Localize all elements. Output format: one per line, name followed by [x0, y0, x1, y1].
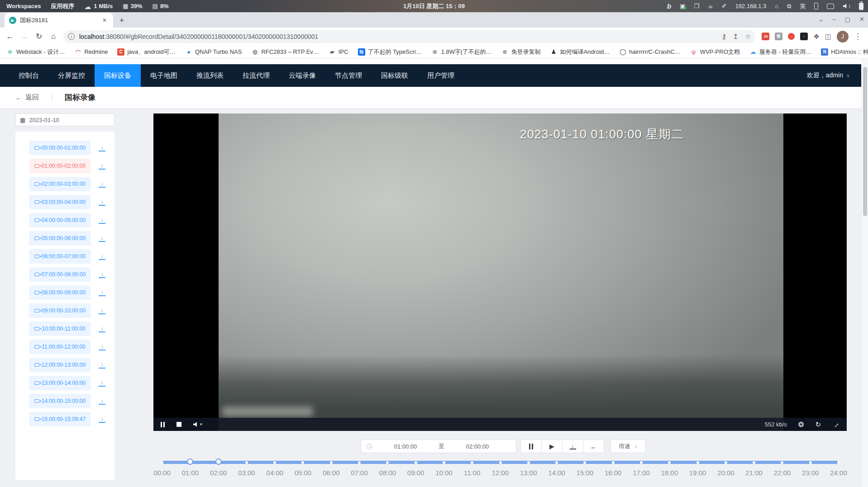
extension-js-icon[interactable]: JS	[762, 33, 769, 40]
window-minimize-button[interactable]: –	[833, 16, 836, 23]
fullscreen-icon[interactable]: ↔	[831, 419, 841, 430]
timeline-handle[interactable]	[215, 459, 222, 465]
recording-segment-button[interactable]: 11:00:00-12:00:00	[29, 340, 91, 354]
speed-dropdown[interactable]: 倍速 ∨	[610, 440, 646, 453]
nav-tab[interactable]: 控制台	[9, 64, 48, 87]
system-clock[interactable]: 1月10日 星期二 15：09	[403, 2, 465, 10]
bookmark-item[interactable]: ≋ Webstack - 设计…	[6, 48, 65, 56]
bookmark-item[interactable]: ♟ 如何编译Android…	[550, 48, 610, 56]
recording-segment-button[interactable]: 07:00:00-08:00:00	[29, 267, 91, 282]
tab-close-icon[interactable]: ✕	[100, 16, 109, 24]
recording-segment-button[interactable]: 14:00:00-15:00:00	[29, 394, 91, 408]
extension-red-icon[interactable]: –	[788, 33, 795, 40]
play-button[interactable]: ▶	[541, 440, 563, 453]
tab-search-icon[interactable]: ⌄	[819, 16, 824, 23]
download-icon[interactable]: ↓	[99, 199, 105, 206]
memory-usage-indicator[interactable]: ▤ 8%	[153, 3, 169, 9]
recording-segment-button[interactable]: 00:00:00-01:00:00	[29, 141, 91, 155]
pause-button[interactable]	[520, 440, 542, 453]
nav-tab[interactable]: 节点管理	[325, 64, 372, 87]
recording-segment-button[interactable]: 01:00:00-02:00:00	[29, 159, 91, 173]
display-tray-icon[interactable]	[827, 4, 834, 9]
nav-tab[interactable]: 分屏监控	[48, 64, 95, 87]
window-close-button[interactable]: ✕	[859, 16, 864, 23]
recording-segment-button[interactable]: 05:00:00-06:00:00	[29, 231, 91, 246]
ip-address-indicator[interactable]: 192.168.1.3	[735, 3, 767, 9]
bookmark-item[interactable]: C java、android可…	[117, 48, 175, 56]
bing-tray-icon[interactable]: b	[667, 3, 671, 9]
bookmark-star-icon[interactable]: ☆	[745, 33, 751, 41]
refresh-icon[interactable]: ↻	[815, 421, 821, 428]
side-panel-icon[interactable]: ◫	[825, 33, 831, 41]
bookmark-item[interactable]: ψ WVP-PRO文档	[690, 48, 740, 56]
extension-black-icon[interactable]: ▫	[800, 33, 808, 40]
download-icon[interactable]: ↓	[99, 271, 105, 278]
home-tray-icon[interactable]: ⌂	[775, 3, 778, 9]
download-icon[interactable]: ↓	[99, 416, 105, 423]
cpu-usage-indicator[interactable]: ▦ 39%	[123, 3, 142, 9]
range-end-value[interactable]: 02:00:00	[444, 443, 510, 450]
app-tray-icon[interactable]: ▣	[680, 3, 685, 9]
download-button[interactable]: ↓	[562, 440, 583, 453]
nav-tab[interactable]: 国标设备	[95, 64, 141, 87]
snapshot-icon[interactable]: ❂	[798, 421, 804, 428]
recording-segment-button[interactable]: 06:00:00-07:00:00	[29, 249, 91, 264]
date-picker[interactable]: ▦ 2023-01-10	[15, 113, 114, 126]
download-icon[interactable]: ↓	[99, 326, 105, 332]
recording-segment-button[interactable]: 09:00:00-10:00:00	[29, 303, 91, 318]
download-icon[interactable]: ↓	[99, 380, 105, 387]
network-speed-indicator[interactable]: ☁↓ 1 MB/s	[84, 3, 113, 9]
recording-segment-button[interactable]: 13:00:00-14:00:00	[29, 376, 91, 390]
download-icon[interactable]: ↓	[99, 145, 105, 151]
user-menu[interactable]: 欢迎，admin ∨	[807, 64, 850, 87]
browser-profile-avatar[interactable]: J	[837, 31, 849, 43]
nav-tab[interactable]: 国标级联	[372, 64, 418, 87]
browser-menu-icon[interactable]: ⋮	[854, 32, 862, 41]
bookmark-item[interactable]: 知 了不起的 TypeScri…	[358, 48, 422, 56]
recording-segment-button[interactable]: 10:00:00-11:00:00	[29, 322, 91, 336]
bookmark-item[interactable]: N HDAtmos :: 种子 *…	[821, 48, 868, 56]
passkey-icon[interactable]: ⚷	[721, 33, 726, 41]
download-icon[interactable]: ↓	[99, 307, 105, 314]
player-mute-icon[interactable]: ✕	[193, 422, 203, 427]
browser-tab[interactable]: ▶ 国标28181 ✕	[5, 13, 113, 28]
recording-segment-button[interactable]: 02:00:00-03:00:00	[29, 177, 91, 191]
timeline[interactable]: 00:0001:0002:0003:0004:0005:0006:0007:00…	[162, 458, 839, 485]
nav-tab[interactable]: 用户管理	[418, 64, 464, 87]
workspaces-tray-icon[interactable]: ⧉	[787, 3, 791, 9]
url-text[interactable]: localhost:38080/#/gbRecordDetail/3402000…	[79, 33, 717, 40]
recording-segment-button[interactable]: 08:00:00-09:00:00	[29, 285, 91, 300]
address-bar[interactable]: i localhost:38080/#/gbRecordDetail/34020…	[63, 30, 755, 43]
time-range-picker[interactable]: 01:00:00 至 02:00:00	[361, 440, 516, 453]
player-stop-icon[interactable]	[176, 422, 181, 427]
bookmark-item[interactable]: ⊕ 免登录复制	[501, 48, 540, 56]
nav-tab[interactable]: 电子地图	[141, 64, 187, 87]
bookmark-item[interactable]: ◯ hairrrrr/C-CrashC…	[619, 48, 680, 56]
battery-tray-icon[interactable]	[859, 3, 863, 10]
download-icon[interactable]: ↓	[99, 289, 105, 296]
tool-tray-icon[interactable]: ✐	[722, 3, 727, 9]
timeline-handle[interactable]	[187, 459, 193, 465]
new-tab-button[interactable]: +	[116, 14, 128, 26]
download-icon[interactable]: ↓	[99, 253, 105, 260]
site-info-icon[interactable]: i	[68, 33, 75, 40]
bookmark-item[interactable]: ▰ IPC	[329, 48, 348, 56]
nav-tab[interactable]: 拉流代理	[233, 64, 279, 87]
nav-tab[interactable]: 推流列表	[187, 64, 233, 87]
applications-button[interactable]: 应用程序	[51, 2, 74, 10]
bookmark-item[interactable]: ◕ QNAP Turbo NAS	[185, 48, 242, 56]
recording-segment-button[interactable]: 12:00:00-13:00:00	[29, 358, 91, 372]
download-icon[interactable]: ↓	[99, 344, 105, 350]
workspaces-button[interactable]: Workspaces	[6, 3, 41, 9]
window-maximize-button[interactable]: ▢	[845, 16, 850, 23]
browser-home-button[interactable]: ⌂	[47, 30, 60, 43]
player-pause-icon[interactable]	[161, 422, 165, 427]
recording-segment-button[interactable]: 03:00:00-04:00:00	[29, 195, 91, 209]
download-icon[interactable]: ↓	[99, 163, 105, 170]
clipboard-tray-icon[interactable]: ❐	[694, 3, 699, 9]
download-icon[interactable]: ↓	[99, 217, 105, 224]
video-player[interactable]: 2023-01-10 01:00:00 星期二 ✕ 552 kb/s ❂ ↻ ↔	[153, 113, 847, 431]
phone-tray-icon[interactable]	[814, 3, 818, 9]
browser-forward-button[interactable]: →	[18, 30, 31, 43]
coffee-tray-icon[interactable]: ☕	[708, 3, 713, 9]
